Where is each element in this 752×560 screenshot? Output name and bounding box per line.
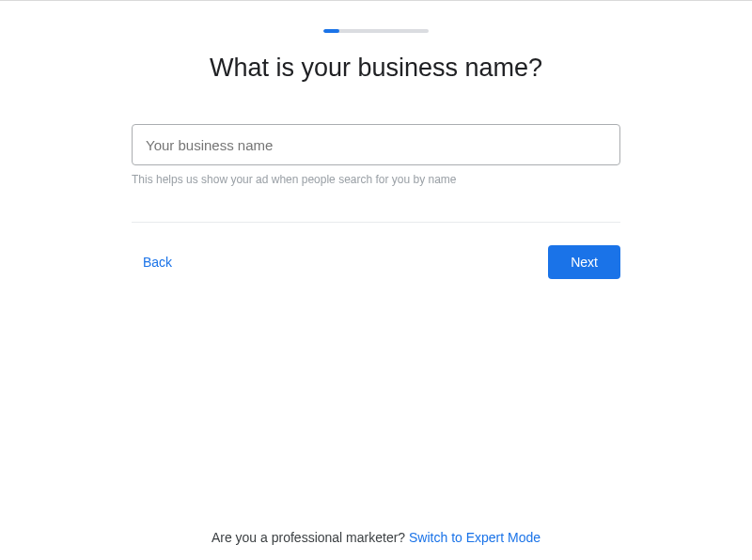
footer: Are you a professional marketer? Switch …: [0, 530, 752, 545]
progress-fill: [323, 29, 339, 33]
onboarding-step: What is your business name? This helps u…: [0, 1, 752, 560]
form-area: This helps us show your ad when people s…: [132, 124, 620, 186]
footer-question: Are you a professional marketer?: [212, 530, 409, 545]
nav-row: Back Next: [132, 222, 620, 279]
next-button[interactable]: Next: [548, 245, 620, 279]
switch-expert-mode-link[interactable]: Switch to Expert Mode: [409, 530, 540, 545]
progress-bar: [323, 29, 429, 33]
page-heading: What is your business name?: [210, 54, 542, 83]
business-name-input[interactable]: [132, 124, 620, 165]
back-button[interactable]: Back: [132, 247, 183, 277]
input-helper-text: This helps us show your ad when people s…: [132, 173, 620, 186]
